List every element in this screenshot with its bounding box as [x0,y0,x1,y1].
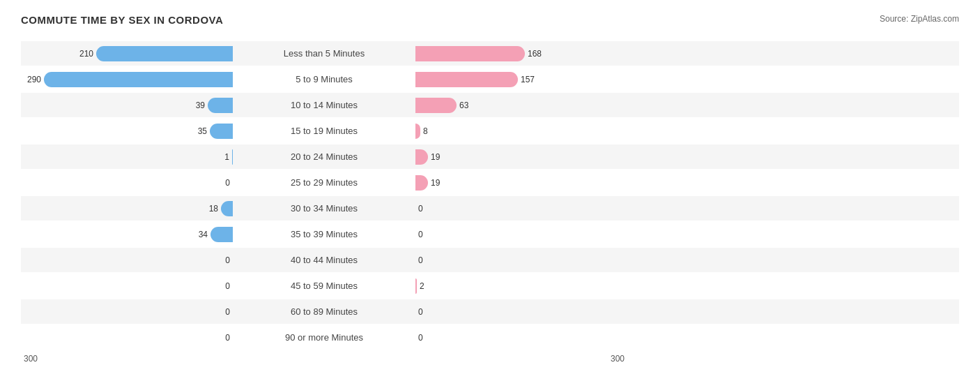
male-value: 210 [79,49,93,59]
female-bar [415,175,428,191]
left-section: 35 [21,124,237,139]
male-bar [208,98,233,113]
bar-row: 210 Less than 5 Minutes 168 [21,41,959,66]
female-value: 63 [459,100,473,110]
axis-row: 300 300 [21,354,959,364]
male-value: 0 [216,307,230,317]
category-label: 90 or more Minutes [237,332,411,343]
left-section: 1 [21,149,237,165]
right-section: 0 [411,227,627,242]
male-value: 39 [191,100,205,110]
female-bar [415,278,417,294]
female-value: 19 [431,178,445,188]
right-section: 0 [411,304,627,320]
left-section: 34 [21,227,237,242]
left-section: 0 [21,253,237,268]
female-bar [415,149,428,165]
bar-row: 0 25 to 29 Minutes 19 [21,170,959,195]
male-bar [96,46,233,61]
bar-row: 0 60 to 89 Minutes 0 [21,299,959,324]
bar-row: 18 30 to 34 Minutes 0 [21,196,959,221]
male-value: 0 [216,333,230,343]
female-value: 0 [418,333,432,343]
right-section: 0 [411,201,627,216]
chart-title: COMMUTE TIME BY SEX IN CORDOVA [21,14,223,26]
left-section: 18 [21,201,237,216]
category-label: 5 to 9 Minutes [237,74,411,84]
left-section: 0 [21,278,237,294]
chart-area: 210 Less than 5 Minutes 168 290 5 to 9 M… [21,41,959,350]
male-value: 0 [216,281,230,291]
right-section: 19 [411,149,627,165]
male-bar [210,227,233,242]
bar-row: 1 20 to 24 Minutes 19 [21,144,959,169]
male-value: 1 [215,152,229,162]
bar-row: 35 15 to 19 Minutes 8 [21,119,959,143]
male-value: 0 [216,178,230,188]
male-bar [210,124,233,139]
female-value: 2 [420,281,434,291]
category-label: Less than 5 Minutes [237,48,411,59]
male-value: 35 [193,126,207,136]
right-section: 2 [411,278,627,294]
female-bar [415,72,518,87]
category-label: 45 to 59 Minutes [237,281,411,291]
male-bar [232,149,233,165]
axis-left: 300 [21,354,237,364]
bar-row: 290 5 to 9 Minutes 157 [21,67,959,91]
category-label: 20 to 24 Minutes [237,151,411,162]
left-section: 0 [21,330,237,345]
category-label: 25 to 29 Minutes [237,177,411,188]
female-bar [415,46,525,61]
female-value: 0 [418,230,432,239]
female-value: 0 [418,255,432,265]
category-label: 60 to 89 Minutes [237,306,411,317]
right-section: 63 [411,98,627,113]
female-value: 168 [528,49,542,59]
female-value: 8 [423,126,437,136]
left-section: 210 [21,46,237,61]
female-value: 19 [431,152,445,162]
right-section: 19 [411,175,627,191]
female-value: 0 [418,307,432,317]
female-bar [415,98,457,113]
male-value: 290 [27,75,41,84]
female-value: 157 [521,75,535,84]
male-bar [44,72,233,87]
category-label: 30 to 34 Minutes [237,203,411,214]
axis-right: 300 [411,354,627,364]
category-label: 15 to 19 Minutes [237,126,411,136]
category-label: 35 to 39 Minutes [237,229,411,239]
left-section: 290 [21,72,237,87]
left-section: 0 [21,175,237,191]
right-section: 8 [411,124,627,139]
bar-row: 0 40 to 44 Minutes 0 [21,248,959,272]
male-value: 0 [216,255,230,265]
female-bar [415,124,420,139]
left-section: 39 [21,98,237,113]
right-section: 157 [411,72,627,87]
male-value: 18 [204,204,218,214]
bar-row: 39 10 to 14 Minutes 63 [21,93,959,117]
right-section: 168 [411,46,627,61]
category-label: 10 to 14 Minutes [237,100,411,110]
bar-row: 34 35 to 39 Minutes 0 [21,222,959,246]
male-value: 34 [194,230,208,239]
source-label: Source: ZipAtlas.com [880,14,959,24]
right-section: 0 [411,330,627,345]
left-section: 0 [21,304,237,320]
bar-row: 0 90 or more Minutes 0 [21,325,959,350]
male-bar [221,201,233,216]
female-value: 0 [418,204,432,214]
right-section: 0 [411,253,627,268]
bar-row: 0 45 to 59 Minutes 2 [21,274,959,298]
category-label: 40 to 44 Minutes [237,255,411,265]
